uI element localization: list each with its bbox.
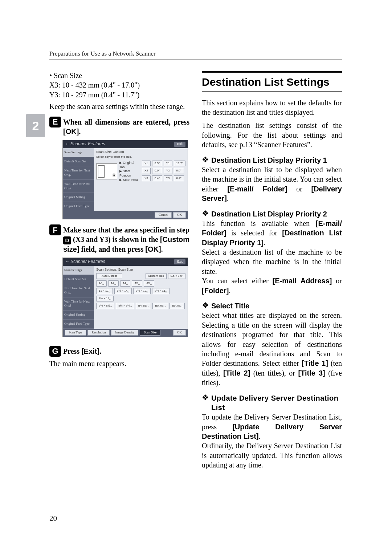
shot2-tab: Original Feed Type [63,320,94,329]
shot1-tab: Original Feed Type [63,202,94,211]
item-priority-1-body: Select a destination list to be displaye… [202,165,342,203]
diamond-icon: ❖ [202,209,209,218]
shot2-ok: OK [173,330,186,336]
main-menu-note: The main menu reappears. [49,359,189,368]
shot1-sub: Select key to enter the size. [96,155,185,159]
ok-label: [OK] [63,127,79,135]
item-select-title: ❖ Select Title [202,301,342,311]
header-rule [49,60,342,60]
shot1-cancel: Cancel [155,212,172,218]
shot2-custom-val: 8.5 × 8.5" [168,273,185,279]
item-priority-2-body2: Select a destination list of the machine… [202,247,342,276]
shot2-tab: Default Scan Set [63,275,94,284]
step-7-badge: G [49,346,61,357]
step-5-badge: E [49,117,61,127]
step-6: F Make sure that the area specified in s… [49,224,189,254]
shot1-tab: Next Time for Next Orig. [63,166,94,180]
keep-range-note: Keep the scan area settings within these… [49,102,189,111]
shot2-tab: Next Time for Next Orig. [63,284,94,297]
page-number: 20 [49,514,57,523]
shot2-header: Scan Settings: Scan Size [96,268,185,272]
shot1-tab: Wait Time for Next Origi [63,180,94,193]
item-update-list-body1: To update the Delivery Server Destinatio… [202,412,342,441]
item-priority-2: ❖ Destination List Display Priority 2 [202,209,342,219]
intro-p2: The destination list settings consist of… [202,121,342,149]
right-column: Destination List Settings This section e… [202,71,342,470]
shot1-header: Scan Size: Custom [96,150,185,154]
scan-y3: Y3: 10 - 297 mm (0.4" - 11.7") [49,90,189,100]
diamond-icon: ❖ [202,301,209,310]
ok-label: [OK] [145,245,161,253]
shot1-row: ▶ Scan Area [119,178,140,182]
step-5: E When all dimensions are entered, press… [49,117,189,137]
chapter-tab: 2 [26,114,45,137]
diamond-icon: ❖ [202,393,209,402]
item-update-list-body2: Ordinarily, the Delivery Server Destinat… [202,441,342,470]
shot1-ok: OK [173,212,186,218]
left-column: • Scan Size X3: 10 - 432 mm (0.4" - 17.0… [49,71,189,470]
exit-label: [Exit] [81,347,99,355]
diamond-icon: ❖ [202,155,209,164]
shot2-exit: Exit [174,259,185,264]
item-priority-2-body: This function is available when [E-mail/… [202,219,342,247]
shot1-tab: Default Scan Set [63,157,94,166]
item-priority-2-body3: You can select either [E-mail Address] o… [202,276,342,295]
scan-x3: X3: 10 - 432 mm (0.4" - 17.0") [49,80,189,90]
screenshot-scan-size-list: ← Scanner Features Exit Scan Settings De… [62,258,188,337]
shot1-exit: Exit [174,142,185,147]
step-6-badge: F [49,224,61,235]
step-4-ref-icon: D [63,236,71,244]
running-header: Preparations for Use as a Network Scanne… [49,50,342,57]
shot2-tab: Original Setting [63,311,94,320]
screenshot-scan-size-custom: ← Scanner Features Exit Scan Settings De… [62,140,188,219]
step-7: G Press [Exit]. [49,346,189,357]
bullet-scan-size: • Scan Size [49,71,189,80]
shot2-custom-label: Custom size [146,273,167,279]
item-update-list: ❖ Update Delivery Server Destination Lis… [202,393,342,413]
item-priority-1: ❖ Destination List Display Priority 1 [202,155,342,165]
shot2-tab: Wait Time for Next Origi [63,297,94,311]
shot1-tab: Original Setting [63,193,94,202]
section-heading: Destination List Settings [202,71,342,92]
shot1-row: ▶ Original Tab [119,161,140,170]
shot2-title: ← Scanner Features [65,259,105,265]
shot2-tab: Scan Settings [63,266,94,275]
shot1-tab: Scan Settings [63,148,94,157]
intro-p1: This section explains how to set the def… [202,98,342,117]
shot1-row: ▶ Start Position [119,169,140,178]
item-select-title-body: Select what titles are displayed on the … [202,311,342,387]
shot2-auto: Auto Detect [96,273,122,279]
shot1-title: ← Scanner Features [65,141,105,147]
